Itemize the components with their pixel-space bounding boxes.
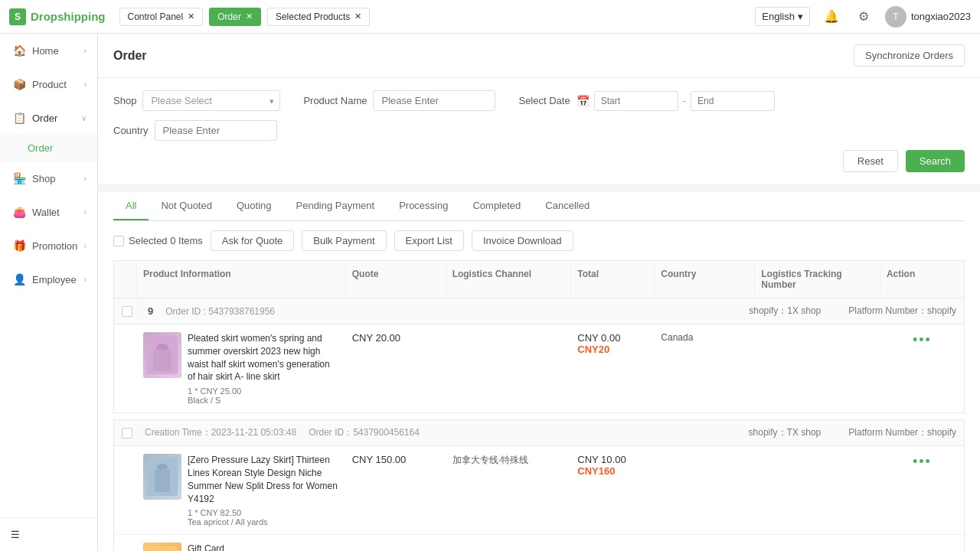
tab-processing[interactable]: Processing <box>387 192 460 220</box>
product-details: Pleated skirt women's spring and summer … <box>188 332 340 405</box>
country-cell <box>655 446 755 461</box>
product-variant: Black / S <box>188 396 340 405</box>
tab-close-icon[interactable]: ✕ <box>354 11 361 21</box>
ask-for-quote-button[interactable]: Ask for Quote <box>211 230 294 251</box>
total-cell: CNY 0.00 CNY20 <box>571 324 655 363</box>
menu-icon: ☰ <box>11 529 20 540</box>
product-name-text: Gift Card <box>188 543 340 551</box>
sidebar-item-label: Wallet <box>32 207 60 218</box>
logistics-channel-cell <box>446 324 572 340</box>
tab-pending-payment[interactable]: Pending Payment <box>284 192 387 220</box>
th-product-info: Product Information <box>137 261 346 298</box>
logistics-channel-cell: 加拿大专线·特殊线 <box>446 446 572 474</box>
select-all-checkbox-wrap: Selected 0 Items <box>113 235 203 246</box>
shop-label: Shop <box>113 95 136 106</box>
product-details: [Zero Pressure Lazy Skirt] Thirteen Line… <box>188 454 340 527</box>
chevron-down-icon: ∨ <box>81 114 87 122</box>
tab-control-panel[interactable]: Control Panel ✕ <box>119 8 204 26</box>
order-item-row: Gift Card 1 * CNY 50.00 $50 <box>114 535 964 551</box>
content-area: Order Synchronize Orders Shop Please Sel… <box>98 34 980 551</box>
date-filter-group: Select Date 📅 - <box>518 91 775 111</box>
date-range-group: 📅 - <box>577 91 775 111</box>
tab-order[interactable]: Order ✕ <box>209 8 261 26</box>
total-highlight: CNY20 <box>577 344 648 355</box>
order-checkbox[interactable] <box>122 306 132 317</box>
search-button[interactable]: Search <box>906 150 965 172</box>
tab-completed[interactable]: Completed <box>460 192 533 220</box>
total-cell: CNY 10.00 CNY160 <box>571 446 655 484</box>
export-list-button[interactable]: Export List <box>394 230 464 251</box>
tab-quoting[interactable]: Quoting <box>224 192 284 220</box>
sidebar-item-home[interactable]: 🏠 Home › <box>0 34 97 67</box>
country-cell: Canada <box>655 324 755 350</box>
sidebar-item-shop[interactable]: 🏪 Shop › <box>0 161 97 195</box>
logo-icon: S <box>9 8 26 25</box>
filter-actions: Reset Search <box>113 150 965 172</box>
product-name-input[interactable] <box>373 90 495 111</box>
order-icon: 📋 <box>13 112 26 124</box>
sidebar-sub-item-order[interactable]: Order <box>0 135 97 161</box>
page-header: Order Synchronize Orders <box>98 34 980 78</box>
sidebar-item-employee[interactable]: 👤 Employee › <box>0 262 97 296</box>
home-icon: 🏠 <box>13 44 26 57</box>
sidebar-item-promotion[interactable]: 🎁 Promotion › <box>0 229 97 262</box>
notification-icon[interactable]: 🔔 <box>821 6 842 28</box>
sidebar-item-wallet[interactable]: 👛 Wallet › <box>0 195 97 229</box>
filter-row-1: Shop Please Select Product Name Select D… <box>113 90 965 111</box>
invoice-download-button[interactable]: Invoice Download <box>472 230 573 251</box>
action-menu-icon[interactable]: ••• <box>913 332 932 348</box>
bulk-payment-button[interactable]: Bulk Payment <box>302 230 386 251</box>
order-platform-2: Platform Number：shopify <box>848 426 956 439</box>
date-start-input[interactable] <box>594 91 678 111</box>
sync-orders-button[interactable]: Synchronize Orders <box>854 44 965 67</box>
sidebar-item-label: Employee <box>32 274 77 285</box>
order-item-row: Pleated skirt women's spring and summer … <box>114 324 964 412</box>
chevron-right-icon: › <box>84 47 87 55</box>
order-tabs: All Not Quoted Quoting Pending Payment P… <box>113 192 965 221</box>
select-all-checkbox[interactable] <box>113 236 124 246</box>
sidebar-item-product[interactable]: 📦 Product › <box>0 67 97 101</box>
language-selector[interactable]: English ▾ <box>755 7 810 26</box>
sidebar-item-order[interactable]: 📋 Order ∨ <box>0 101 97 135</box>
tab-cancelled[interactable]: Cancelled <box>533 192 602 220</box>
tab-label: Order <box>217 11 241 22</box>
tab-close-icon[interactable]: ✕ <box>188 11 194 21</box>
quote-cell <box>346 535 446 550</box>
date-end-input[interactable] <box>691 91 775 111</box>
shop-icon: 🏪 <box>13 172 26 184</box>
country-input[interactable] <box>155 120 277 141</box>
order-area: All Not Quoted Quoting Pending Payment P… <box>98 192 980 551</box>
shop-select[interactable]: Please Select <box>142 90 280 111</box>
sidebar-order-submenu: Order <box>0 135 97 161</box>
total-highlight: CNY160 <box>577 465 648 477</box>
th-checkbox <box>114 261 137 298</box>
action-cell: ••• <box>880 446 964 478</box>
tab-not-quoted[interactable]: Not Quoted <box>149 192 224 220</box>
employee-icon: 👤 <box>13 273 26 285</box>
sidebar: 🏠 Home › 📦 Product › 📋 Order ∨ Order 🏪 <box>0 34 98 551</box>
product-image <box>143 543 181 551</box>
select-date-label: Select Date <box>518 95 570 106</box>
quote-price: CNY 20.00 <box>352 332 400 344</box>
action-menu-icon[interactable]: ••• <box>913 454 932 470</box>
tab-label: Control Panel <box>128 11 184 22</box>
tab-all[interactable]: All <box>113 192 149 220</box>
th-total: Total <box>571 261 655 298</box>
language-label: English <box>762 11 795 22</box>
filter-area: Shop Please Select Product Name Select D… <box>98 78 980 184</box>
tab-selected-products[interactable]: Selected Products ✕ <box>267 8 370 26</box>
settings-icon[interactable]: ⚙ <box>853 6 874 28</box>
svg-rect-6 <box>147 546 178 551</box>
logistics-channel-cell <box>446 535 572 550</box>
reset-button[interactable]: Reset <box>843 150 898 172</box>
sidebar-item-label: Promotion <box>32 240 77 252</box>
hamburger-menu[interactable]: ☰ <box>0 517 97 551</box>
chevron-right-icon: › <box>84 208 87 217</box>
topbar-right: English ▾ 🔔 ⚙ T tongxiao2023 <box>755 6 971 28</box>
tracking-cell <box>755 446 880 461</box>
total-cell <box>571 535 655 550</box>
order-checkbox[interactable] <box>122 428 132 439</box>
tab-close-icon[interactable]: ✕ <box>246 11 253 21</box>
order-number: 9 <box>148 305 153 317</box>
order-item-row: [Zero Pressure Lazy Skirt] Thirteen Line… <box>114 446 964 535</box>
